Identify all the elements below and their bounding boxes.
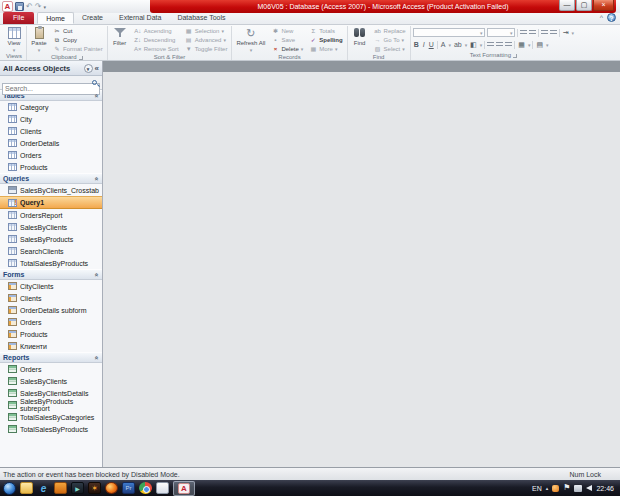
- nav-section-forms[interactable]: Forms «: [0, 269, 102, 280]
- alternate-row-color-button[interactable]: ▤: [535, 40, 544, 49]
- internet-explorer-icon[interactable]: e: [37, 482, 50, 494]
- tab-create[interactable]: Create: [74, 12, 111, 24]
- nav-item-table-orders[interactable]: Orders: [0, 149, 102, 161]
- nav-item-form-orderdetails-subform[interactable]: OrderDetails subform: [0, 304, 102, 316]
- paste-button[interactable]: Paste ▾: [29, 26, 49, 54]
- copy-button[interactable]: ⧉ Copy: [51, 36, 105, 45]
- view-button[interactable]: View ▾: [4, 26, 24, 53]
- action-center-flag-icon[interactable]: ⚑: [563, 484, 570, 492]
- search-icon[interactable]: [92, 80, 97, 85]
- nav-item-query-salesbyclients-crosstab[interactable]: SalesByClients_Crosstab: [0, 184, 102, 196]
- help-icon[interactable]: ?: [607, 13, 616, 22]
- font-size-combo[interactable]: ▾: [487, 28, 515, 37]
- nav-item-table-clients[interactable]: Clients: [0, 125, 102, 137]
- language-indicator[interactable]: EN: [532, 485, 542, 492]
- nav-item-form-clients[interactable]: Clients: [0, 292, 102, 304]
- nav-item-query-salesbyclients[interactable]: SalesByClients: [0, 221, 102, 233]
- align-center-icon[interactable]: [496, 42, 503, 48]
- nav-item-form-products[interactable]: Products: [0, 328, 102, 340]
- hidden-icons-arrow-icon[interactable]: ▴: [546, 485, 549, 491]
- nav-item-report-salesbyclients[interactable]: SalesByClients: [0, 375, 102, 387]
- volume-icon[interactable]: [586, 485, 592, 491]
- nav-item-report-totalsalesbyproducts[interactable]: TotalSalesByProducts: [0, 423, 102, 435]
- tab-file[interactable]: File: [3, 12, 34, 24]
- nav-item-query-query1[interactable]: ! Query1: [0, 196, 102, 209]
- decrease-indent-icon[interactable]: [541, 30, 548, 36]
- close-button[interactable]: ×: [593, 0, 614, 11]
- nav-item-query-searchclients[interactable]: SearchClients: [0, 245, 102, 257]
- tab-external-data[interactable]: External Data: [111, 12, 169, 24]
- increase-indent-icon[interactable]: [550, 30, 557, 36]
- nav-item-query-totalsalesbyproducts[interactable]: TotalSalesByProducts: [0, 257, 102, 269]
- redo-icon[interactable]: ↷: [35, 2, 42, 11]
- clock[interactable]: 22:46: [596, 485, 617, 492]
- refresh-all-button[interactable]: ↻ Refresh All ▾: [234, 26, 267, 54]
- find-button[interactable]: Find: [350, 26, 370, 54]
- delete-button[interactable]: × Delete ▾: [269, 45, 305, 54]
- shutter-close-icon[interactable]: «: [95, 64, 99, 73]
- nav-item-report-totalsalesbycategories[interactable]: TotalSalesByCategories: [0, 411, 102, 423]
- maximize-button[interactable]: ▢: [576, 0, 592, 11]
- access-taskbar-button[interactable]: A: [173, 481, 195, 496]
- start-button[interactable]: [3, 482, 16, 495]
- numbering-icon[interactable]: [529, 30, 536, 36]
- filter-button[interactable]: Filter: [110, 26, 130, 54]
- tray-orange-icon[interactable]: [552, 485, 559, 492]
- explorer-icon[interactable]: [20, 482, 33, 494]
- background-color-button[interactable]: ◧: [469, 40, 478, 49]
- tab-home[interactable]: Home: [37, 12, 74, 24]
- network-icon[interactable]: [574, 485, 582, 492]
- nav-item-query-salesbyproducts[interactable]: SalesByProducts: [0, 233, 102, 245]
- save-icon[interactable]: [15, 2, 24, 11]
- selection-button[interactable]: ▦ Selection ▾: [183, 27, 230, 36]
- ascending-button[interactable]: A↓ Ascending: [132, 27, 181, 36]
- bold-button[interactable]: B: [413, 40, 420, 49]
- more-button[interactable]: ▦ More ▾: [307, 45, 344, 54]
- nav-item-form-klienti[interactable]: Клиенти: [0, 340, 102, 352]
- nav-section-queries[interactable]: Queries «: [0, 173, 102, 184]
- font-color-button[interactable]: A: [440, 40, 447, 49]
- nav-item-query-ordersreport[interactable]: OrdersReport: [0, 209, 102, 221]
- nav-section-reports[interactable]: Reports «: [0, 352, 102, 363]
- toggle-filter-button[interactable]: ▼ Toggle Filter: [183, 45, 230, 54]
- gridlines-button[interactable]: ▦: [517, 40, 526, 49]
- nav-item-table-products[interactable]: Products: [0, 161, 102, 173]
- spelling-button[interactable]: ✓ Spelling: [307, 36, 344, 45]
- highlight-button[interactable]: ab: [453, 40, 463, 49]
- white-app-icon[interactable]: [156, 482, 169, 494]
- search-input[interactable]: [2, 83, 100, 95]
- underline-button[interactable]: U: [428, 40, 435, 49]
- select-button[interactable]: ▧ Select ▾: [372, 45, 408, 54]
- access-app-icon[interactable]: A: [2, 1, 13, 12]
- new-record-button[interactable]: ✱ New: [269, 27, 305, 36]
- nav-item-table-orderdetails[interactable]: OrderDetails: [0, 137, 102, 149]
- goto-button[interactable]: → Go To ▾: [372, 36, 408, 45]
- format-painter-button[interactable]: ✎ Format Painter: [51, 45, 105, 54]
- italic-button[interactable]: I: [422, 40, 426, 49]
- align-left-icon[interactable]: [487, 42, 494, 48]
- nav-menu-icon[interactable]: ▾: [84, 64, 93, 73]
- save-record-button[interactable]: ▪ Save: [269, 36, 305, 45]
- clipboard-dialog-launcher-icon[interactable]: [79, 56, 83, 60]
- nav-item-table-category[interactable]: Category: [0, 101, 102, 113]
- remove-sort-button[interactable]: A× Remove Sort: [132, 45, 181, 54]
- minimize-ribbon-icon[interactable]: ^: [600, 14, 603, 22]
- blue-app-icon[interactable]: Pr: [122, 482, 135, 494]
- font-name-combo[interactable]: ▾: [413, 28, 485, 37]
- starburst-app-icon[interactable]: ✶: [88, 482, 101, 494]
- undo-icon[interactable]: ↶: [26, 2, 33, 11]
- bullets-icon[interactable]: [520, 30, 527, 36]
- align-right-icon[interactable]: [505, 42, 512, 48]
- cut-button[interactable]: ✂ Cut: [51, 27, 105, 36]
- camtasia-icon[interactable]: ▶: [71, 482, 84, 494]
- nav-item-form-cityclients[interactable]: CityClients: [0, 280, 102, 292]
- text-formatting-dialog-launcher-icon[interactable]: [513, 54, 517, 58]
- customize-qat-icon[interactable]: ▾: [43, 4, 46, 10]
- chrome-icon[interactable]: [139, 482, 152, 494]
- nav-pane-header[interactable]: All Access Objects ▾ «: [0, 61, 102, 76]
- nav-item-report-orders[interactable]: Orders: [0, 363, 102, 375]
- orange-app-icon[interactable]: [54, 482, 67, 494]
- totals-button[interactable]: Σ Totals: [307, 27, 344, 36]
- firefox-icon[interactable]: [105, 482, 118, 494]
- tab-database-tools[interactable]: Database Tools: [169, 12, 233, 24]
